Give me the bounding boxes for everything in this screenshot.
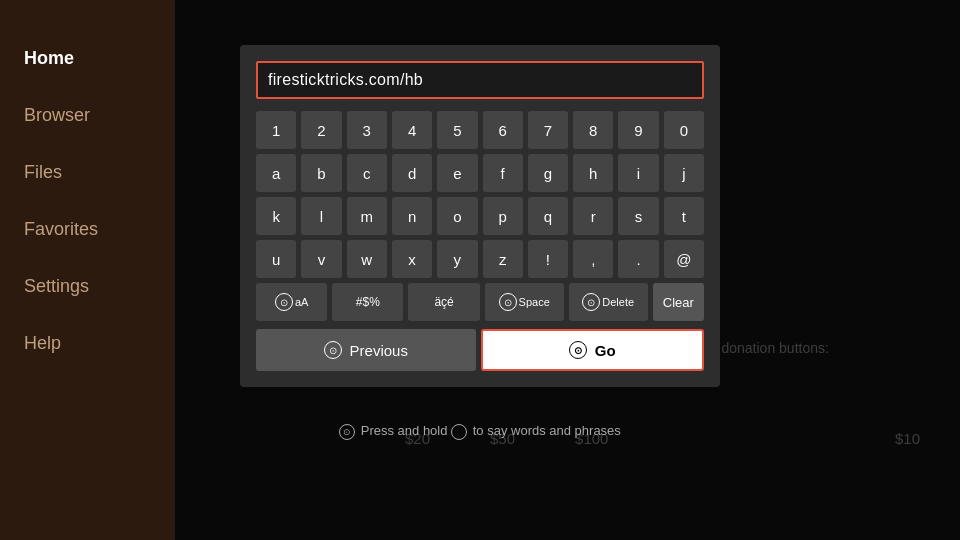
key-h[interactable]: h: [573, 154, 613, 192]
keyboard-row-numbers: 1 2 3 4 5 6 7 8 9 0: [256, 111, 704, 149]
hint-circle-icon: [451, 424, 467, 440]
sidebar: Home Browser Files Favorites Settings He…: [0, 0, 175, 540]
key-k[interactable]: k: [256, 197, 296, 235]
key-y[interactable]: y: [437, 240, 477, 278]
sidebar-item-help[interactable]: Help: [0, 315, 175, 372]
key-z[interactable]: z: [483, 240, 523, 278]
key-u[interactable]: u: [256, 240, 296, 278]
key-e[interactable]: e: [437, 154, 477, 192]
sidebar-item-settings[interactable]: Settings: [0, 258, 175, 315]
sidebar-item-home[interactable]: Home: [0, 30, 175, 87]
go-button[interactable]: ⊙ Go: [481, 329, 705, 371]
key-caps[interactable]: ⊙aA: [256, 283, 327, 321]
previous-button[interactable]: ⊙ Previous: [256, 329, 476, 371]
sidebar-item-favorites[interactable]: Favorites: [0, 201, 175, 258]
key-o[interactable]: o: [437, 197, 477, 235]
key-c[interactable]: c: [347, 154, 387, 192]
url-input-wrapper: firesticktricks.com/hb: [256, 61, 704, 99]
key-at[interactable]: @: [664, 240, 704, 278]
key-7[interactable]: 7: [528, 111, 568, 149]
url-input-text: firesticktricks.com/hb: [268, 71, 423, 88]
keyboard-dialog: firesticktricks.com/hb 1 2 3 4 5 6 7 8 9…: [240, 45, 720, 387]
keyboard-row-u-at: u v w x y z ! , . @: [256, 240, 704, 278]
key-space[interactable]: ⊙Space: [485, 283, 564, 321]
key-delete[interactable]: ⊙Delete: [569, 283, 648, 321]
key-s[interactable]: s: [618, 197, 658, 235]
key-1[interactable]: 1: [256, 111, 296, 149]
hint-text: ⊙ Press and hold to say words and phrase…: [240, 423, 720, 440]
delete-icon: ⊙: [582, 293, 600, 311]
key-m[interactable]: m: [347, 197, 387, 235]
space-icon: ⊙: [499, 293, 517, 311]
key-clear[interactable]: Clear: [653, 283, 704, 321]
keyboard: 1 2 3 4 5 6 7 8 9 0 a b c d e f g h i j …: [256, 111, 704, 321]
key-j[interactable]: j: [664, 154, 704, 192]
key-accents[interactable]: äçé: [408, 283, 479, 321]
key-0[interactable]: 0: [664, 111, 704, 149]
key-f[interactable]: f: [483, 154, 523, 192]
key-l[interactable]: l: [301, 197, 341, 235]
sidebar-item-browser[interactable]: Browser: [0, 87, 175, 144]
key-b[interactable]: b: [301, 154, 341, 192]
key-6[interactable]: 6: [483, 111, 523, 149]
key-x[interactable]: x: [392, 240, 432, 278]
go-icon: ⊙: [569, 341, 587, 359]
keyboard-row-a-j: a b c d e f g h i j: [256, 154, 704, 192]
key-symbols[interactable]: #$%: [332, 283, 403, 321]
key-3[interactable]: 3: [347, 111, 387, 149]
keyboard-row-k-t: k l m n o p q r s t: [256, 197, 704, 235]
key-v[interactable]: v: [301, 240, 341, 278]
key-r[interactable]: r: [573, 197, 613, 235]
key-t[interactable]: t: [664, 197, 704, 235]
caps-icon: ⊙: [275, 293, 293, 311]
keyboard-row-special: ⊙aA #$% äçé ⊙Space ⊙Delete Clear: [256, 283, 704, 321]
key-9[interactable]: 9: [618, 111, 658, 149]
key-5[interactable]: 5: [437, 111, 477, 149]
key-comma[interactable]: ,: [573, 240, 613, 278]
key-p[interactable]: p: [483, 197, 523, 235]
key-4[interactable]: 4: [392, 111, 432, 149]
hint-icon: ⊙: [339, 424, 355, 440]
key-a[interactable]: a: [256, 154, 296, 192]
key-w[interactable]: w: [347, 240, 387, 278]
key-n[interactable]: n: [392, 197, 432, 235]
key-g[interactable]: g: [528, 154, 568, 192]
key-i[interactable]: i: [618, 154, 658, 192]
action-row: ⊙ Previous ⊙ Go: [256, 329, 704, 371]
key-exclaim[interactable]: !: [528, 240, 568, 278]
key-2[interactable]: 2: [301, 111, 341, 149]
previous-icon: ⊙: [324, 341, 342, 359]
key-period[interactable]: .: [618, 240, 658, 278]
key-d[interactable]: d: [392, 154, 432, 192]
key-8[interactable]: 8: [573, 111, 613, 149]
sidebar-item-files[interactable]: Files: [0, 144, 175, 201]
key-q[interactable]: q: [528, 197, 568, 235]
